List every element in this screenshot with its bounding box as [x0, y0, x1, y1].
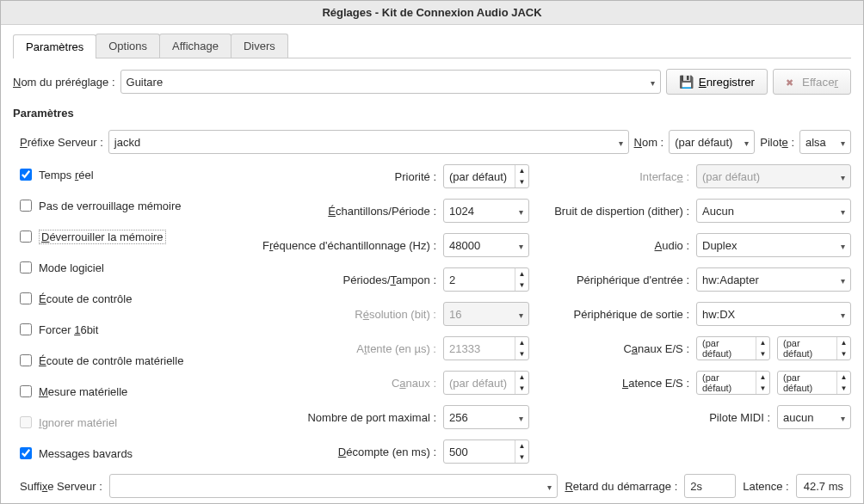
window-title: Réglages - Kit de Connexion Audio JACK [1, 1, 863, 25]
resolution-combo: 16 [443, 302, 529, 326]
driver-label: Pilote : [760, 136, 794, 149]
latency-label: Latence : [743, 480, 789, 493]
preset-label: Nom du préréglage : [13, 76, 115, 89]
periods-label: Périodes/Tampon : [245, 274, 436, 286]
priority-spin[interactable]: (par défaut)▲▼ [443, 164, 529, 188]
io-latency-out-spin[interactable]: (par défaut)▲▼ [777, 371, 851, 395]
clear-icon [786, 76, 797, 89]
save-icon: 💾 [679, 75, 694, 89]
input-dev-label: Périphérique d'entrée : [546, 274, 689, 286]
clear-button[interactable]: Effacer [773, 69, 851, 95]
name-label: Nom : [634, 136, 664, 149]
server-suffix-combo[interactable] [109, 474, 559, 498]
wait-label: Attente (en µs) : [245, 342, 436, 355]
tab-options[interactable]: Options [96, 34, 160, 58]
maxport-combo[interactable]: 256 [443, 405, 529, 429]
channels-spin: (par défaut)▲▼ [443, 371, 529, 395]
save-button[interactable]: 💾 Enregistrer [666, 69, 768, 95]
chk-realtime[interactable]: Temps réel [20, 163, 228, 187]
server-prefix-label: Préfixe Serveur : [20, 136, 103, 149]
server-suffix-label: Suffixe Serveur : [13, 480, 102, 493]
chk-force16[interactable]: Forcer 16bit [20, 317, 228, 341]
priority-label: Priorité : [245, 170, 436, 183]
chk-no-memlock[interactable]: Pas de verrouillage mémoire [20, 194, 228, 218]
tab-affichage[interactable]: Affichage [159, 34, 231, 58]
chk-ignore-hw: Ignorer matériel [20, 410, 228, 434]
input-dev-combo[interactable]: hw:Adapter [696, 267, 851, 292]
io-channels-in-spin[interactable]: (par défaut)▲▼ [696, 336, 770, 360]
chk-softmode[interactable]: Mode logiciel [20, 255, 228, 280]
samplerate-combo[interactable]: 48000 [443, 233, 529, 257]
output-dev-label: Périphérique de sortie : [546, 308, 689, 321]
io-latency-label: Latence E/S : [546, 377, 689, 390]
middle-column: Priorité : (par défaut)▲▼ Échantillons/P… [245, 163, 529, 465]
tab-parametres[interactable]: Paramètres [13, 34, 96, 58]
midi-driver-label: Pilote MIDI : [546, 411, 770, 424]
startup-delay-spin[interactable]: 2s▲▼ [684, 474, 736, 498]
samplerate-label: Fréquence d'échantillonnage (Hz) : [245, 239, 436, 252]
frames-label: Échantillons/Période : [245, 205, 436, 218]
driver-combo[interactable]: alsa [799, 130, 851, 154]
dither-label: Bruit de dispertion (dither) : [546, 205, 689, 218]
latency-display: 42.7 ms [796, 474, 851, 498]
periods-spin[interactable]: 2▲▼ [443, 267, 529, 292]
name-combo[interactable]: (par défaut) [669, 130, 755, 154]
countdown-label: Décompte (en ms) : [245, 446, 436, 458]
io-channels-label: Canaux E/S : [546, 342, 689, 355]
chk-hw-meter[interactable]: Mesure matérielle [20, 379, 228, 403]
startup-delay-label: Retard du démarrage : [565, 480, 677, 493]
audio-label: Audio : [546, 239, 689, 252]
audio-combo[interactable]: Duplex [696, 233, 851, 257]
server-prefix-combo[interactable]: jackd [108, 130, 629, 154]
chk-verbose[interactable]: Messages bavards [20, 441, 228, 465]
right-column: Interface : (par défaut) Bruit de disper… [546, 163, 851, 465]
io-channels-out-spin[interactable]: (par défaut)▲▼ [777, 336, 851, 360]
tab-bar: Paramètres Options Affichage Divers [13, 34, 851, 58]
dither-combo[interactable]: Aucun [696, 199, 851, 223]
wait-spin: 21333▲▼ [443, 336, 529, 360]
section-title: Paramètres [13, 107, 851, 120]
frames-combo[interactable]: 1024 [443, 199, 529, 223]
preset-combo[interactable]: Guitare [120, 70, 661, 94]
resolution-label: Résolution (bit) : [245, 308, 436, 321]
io-latency-in-spin[interactable]: (par défaut)▲▼ [696, 371, 770, 395]
chk-monitor[interactable]: Écoute de contrôle [20, 286, 228, 310]
maxport-label: Nombre de port maximal : [245, 411, 436, 424]
chk-unlock-mem[interactable]: Déverrouiller la mémoire [20, 224, 228, 249]
interface-label: Interface : [546, 170, 689, 183]
channels-label: Canaux : [245, 377, 436, 390]
chk-hw-monitor[interactable]: Écoute de contrôle matérielle [20, 348, 228, 372]
output-dev-combo[interactable]: hw:DX [696, 302, 851, 326]
interface-combo: (par défaut) [696, 164, 851, 188]
checkbox-column: Temps réel Pas de verrouillage mémoire D… [13, 163, 228, 465]
tab-divers[interactable]: Divers [231, 34, 288, 58]
midi-driver-combo[interactable]: aucun [777, 405, 851, 429]
countdown-spin[interactable]: 500▲▼ [443, 439, 529, 464]
